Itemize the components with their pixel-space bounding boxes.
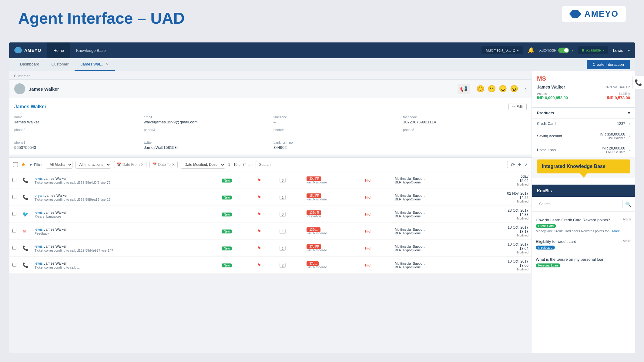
date-from-field[interactable]: 📅 Date From ✕ bbox=[114, 161, 147, 168]
kb-more-link[interactable]: More bbox=[612, 229, 620, 233]
emotion-happy-icon[interactable]: 😊 bbox=[476, 85, 485, 93]
select-all-checkbox[interactable] bbox=[13, 162, 18, 167]
phone-edge[interactable]: 📞 bbox=[632, 76, 644, 89]
all-media-dropdown[interactable]: All Media bbox=[46, 161, 72, 169]
product-saving-chevron-icon: › bbox=[629, 134, 630, 138]
nav-available[interactable]: Available ▾ bbox=[578, 46, 608, 54]
ameyo-logo-icon bbox=[569, 10, 581, 18]
tab-customer[interactable]: Customer bbox=[45, 58, 75, 71]
product-homeloan-name: Home Loan bbox=[537, 148, 556, 152]
external-link-icon[interactable]: ↗ bbox=[524, 162, 528, 167]
table-row[interactable]: 📞 lewis,James Walker Ticket correspondin… bbox=[9, 172, 532, 189]
kb-search-icon[interactable]: 🔍 bbox=[625, 201, 631, 207]
all-interactions-dropdown[interactable]: All Interactions bbox=[75, 161, 111, 169]
table-row[interactable]: 📞 lewis,James Walker Ticket correspondin… bbox=[9, 240, 532, 257]
priority-cell: High bbox=[362, 172, 392, 189]
row-checkbox[interactable] bbox=[12, 178, 16, 182]
kb-article-tag: credit card bbox=[536, 246, 555, 250]
interactions-area: ★ ▼ Filter All Media All Interactions � bbox=[9, 157, 532, 274]
pagination-next-icon[interactable]: › bbox=[251, 163, 253, 167]
kb-article-item[interactable]: How do I earn Credit Card Reward points?… bbox=[536, 215, 631, 236]
refresh-icon[interactable]: ⟳ bbox=[511, 162, 515, 168]
divider bbox=[473, 85, 473, 93]
nav-bell-icon[interactable]: 🔔 bbox=[528, 47, 535, 54]
table-row[interactable]: 📞 lewis,James Walker Ticket correspondin… bbox=[9, 257, 532, 274]
date-to-clear-icon[interactable]: ✕ bbox=[172, 163, 175, 167]
tab-james-walker[interactable]: James Wal... ✕ bbox=[75, 58, 115, 71]
kb-header: KnoBis bbox=[532, 185, 635, 197]
add-icon[interactable]: + bbox=[518, 162, 521, 168]
flag-cell: ⚑ bbox=[254, 223, 277, 240]
kb-article-excerpt: MoneySure Credit Card offers Rewards poi… bbox=[536, 229, 623, 233]
customer-label: Customer bbox=[9, 71, 532, 79]
interaction-description: @care_bangalore - bbox=[35, 215, 216, 218]
kb-article-item[interactable]: What is the tenure on my personal loan P… bbox=[536, 254, 631, 272]
nav-agent[interactable]: Lewis bbox=[613, 48, 623, 53]
tab-dashboard[interactable]: Dashboard bbox=[14, 58, 45, 71]
row-checkbox[interactable] bbox=[12, 195, 16, 199]
kb-article-tag: Credit Card bbox=[536, 224, 556, 228]
field-facebook-label: facebook bbox=[403, 115, 527, 119]
time-badge: -15d FR bbox=[307, 193, 321, 198]
app-window: AMEYO Home Knowledge Base Multimedia_S..… bbox=[9, 42, 635, 353]
table-row[interactable]: 🐦 lewis,James Walker @care_bangalore - N… bbox=[9, 206, 532, 223]
product-credit-card[interactable]: Credit Card 1237 › bbox=[532, 119, 635, 129]
slide-title: Agent Interface – UAD bbox=[18, 9, 185, 27]
emotion-angry-icon[interactable]: 😠 bbox=[510, 85, 518, 93]
kb-articles-list: How do I earn Credit Card Reward points?… bbox=[532, 212, 635, 353]
sort-dropdown[interactable]: Date Modified, Desc bbox=[181, 161, 225, 169]
pagination-info: 1 - 10 of 74 ‹ › bbox=[228, 163, 253, 167]
kb-article-item[interactable]: Eligibility for credit card credit card … bbox=[536, 236, 631, 254]
time-badge-cell: -132d... First Response bbox=[304, 223, 362, 240]
create-interaction-button[interactable]: Create Interaction bbox=[587, 60, 630, 69]
status-cell: New bbox=[219, 223, 254, 240]
liability-block: Liability INR 9,578.00 bbox=[584, 92, 630, 100]
table-row[interactable]: ✉ lewis,James Walker Feedback New ⚑ 4 -1… bbox=[9, 223, 532, 240]
automode-toggle[interactable] bbox=[558, 48, 569, 53]
priority-cell: High bbox=[362, 189, 392, 206]
expand-arrow-icon[interactable]: › bbox=[525, 86, 527, 92]
queue-name: Multimedia_Support bbox=[395, 211, 468, 214]
search-input[interactable] bbox=[256, 161, 508, 168]
kb-article-title: How do I earn Credit Card Reward points? bbox=[536, 218, 623, 222]
slide-container: Agent Interface – UAD AMEYO AMEYO Home K… bbox=[0, 0, 644, 362]
interaction-info: lewis,James Walker Ticket corresponding … bbox=[32, 257, 219, 274]
nav-multimedia[interactable]: Multimedia_S...+2 ▾ bbox=[481, 46, 523, 54]
product-saving-account[interactable]: Saving Account INR 350,000.00 Avl. Balan… bbox=[532, 129, 635, 143]
available-chevron-icon: ▾ bbox=[603, 48, 605, 52]
row-checkbox[interactable] bbox=[12, 246, 16, 250]
queue-name: Multimedia_Support bbox=[395, 228, 468, 231]
response-type: First Response bbox=[307, 266, 359, 269]
liability-label: Liability bbox=[584, 92, 630, 96]
emotion-neutral-icon[interactable]: 😐 bbox=[488, 85, 496, 93]
date-value: 23 Oct. 2017 bbox=[474, 208, 528, 213]
nav-item-home[interactable]: Home bbox=[47, 42, 70, 58]
interaction-info: lewis,James Walker Ticket corresponding … bbox=[32, 240, 219, 257]
products-expand-icon[interactable]: ▾ bbox=[628, 111, 630, 115]
customer-title-name: James Walker bbox=[14, 104, 46, 109]
field-phone2: phone2 – bbox=[14, 128, 138, 137]
kb-search-input[interactable] bbox=[536, 200, 623, 208]
customer-name: James Walker bbox=[44, 227, 67, 232]
nav-bar: AMEYO Home Knowledge Base Multimedia_S..… bbox=[9, 42, 635, 58]
table-row[interactable]: 📞 bryan,James Walker Ticket correspondin… bbox=[9, 189, 532, 206]
interactions-toolbar: ★ ▼ Filter All Media All Interactions � bbox=[9, 158, 532, 172]
row-checkbox[interactable] bbox=[12, 263, 16, 267]
row-checkbox[interactable] bbox=[12, 212, 16, 216]
row-checkbox[interactable] bbox=[12, 229, 16, 233]
megaphone-icon[interactable]: 📢 bbox=[458, 84, 470, 94]
filter-button[interactable]: ▼ Filter bbox=[29, 163, 43, 167]
pagination-prev-icon[interactable]: ‹ bbox=[248, 163, 250, 167]
nav-item-knowledge-base[interactable]: Knowledge Base bbox=[70, 42, 112, 58]
status-badge: New bbox=[222, 213, 232, 216]
tab-close-icon[interactable]: ✕ bbox=[106, 62, 109, 66]
call-icon: 📞 bbox=[22, 178, 29, 183]
edit-button[interactable]: ✏ Edit bbox=[508, 103, 527, 110]
date-to-label: Date To bbox=[158, 163, 170, 167]
date-to-field[interactable]: 📅 Date To ✕ bbox=[149, 161, 177, 168]
customer-icons: 📢 😊 😐 😞 😠 bbox=[458, 84, 518, 94]
product-home-loan[interactable]: Home Loan INR 20,000.00 EMI Due Date › bbox=[532, 143, 635, 157]
count-badge: 8 bbox=[280, 212, 286, 217]
date-from-clear-icon[interactable]: ✕ bbox=[141, 163, 144, 167]
emotion-sad-icon[interactable]: 😞 bbox=[499, 85, 507, 93]
